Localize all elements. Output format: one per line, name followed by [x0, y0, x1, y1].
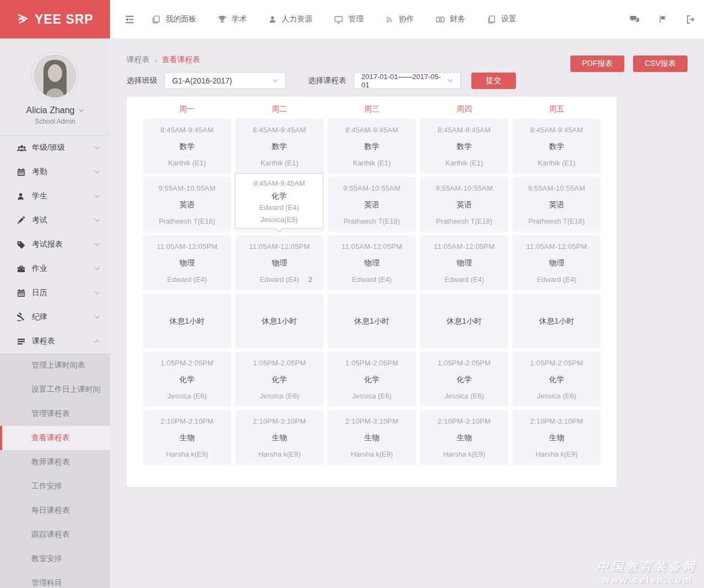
app-logo[interactable]: YEE SRP [0, 0, 110, 38]
user-menu[interactable]: Alicia Zhang [0, 106, 110, 115]
class-subject: 数学 [364, 142, 380, 152]
sidebar-toggle-icon[interactable] [124, 14, 135, 25]
break-cell[interactable]: 休息1小时 [235, 293, 323, 348]
submenu-item-3[interactable]: 管理课程表 [0, 402, 110, 426]
sidebar-item-2[interactable]: 考勤 [0, 160, 110, 184]
submenu-item-6[interactable]: 工作安排 [0, 474, 110, 498]
class-teacher: Harsha k(E9) [443, 450, 486, 458]
class-subject: 物理 [272, 258, 287, 268]
class-cell[interactable]: 8:45AM-9:45AM数学Karthik (E1) [420, 119, 508, 174]
class-cell[interactable]: 2:10PM-3:10PM生物Harsha k(E9) [235, 410, 323, 465]
rss-icon [385, 15, 394, 24]
nav-item-label: 我的面板 [166, 14, 196, 24]
submenu-item-2[interactable]: 设置工作日上课时间 [0, 378, 110, 402]
nav-item-6[interactable]: 财务 [436, 14, 465, 24]
gavel-icon [16, 313, 27, 321]
class-cell[interactable]: 11:05AM-12:05PM物理Edward (E4) [513, 235, 601, 290]
submenu-item-4[interactable]: 查看课程表 [0, 426, 110, 450]
sidebar-item-4[interactable]: 考试 [0, 208, 110, 232]
breadcrumb-parent[interactable]: 课程表 [127, 55, 150, 65]
nav-item-7[interactable]: 设置 [487, 14, 516, 24]
class-cell[interactable]: 8:45AM-9:45AM数学Karthik (E1) [328, 119, 416, 174]
class-cell[interactable]: 1:05PM-2:05PM化学Jessica (E6) [420, 352, 508, 407]
nav-item-1[interactable]: 我的面板 [151, 14, 196, 24]
breadcrumb-separator-icon: › [155, 56, 157, 64]
class-time: 11:05AM-12:05PM [342, 242, 402, 251]
extra-class-count-badge[interactable]: 2 [309, 275, 312, 284]
timetable-select[interactable]: 2017-01-01——2017-05-01 [354, 72, 461, 89]
submenu-item-8[interactable]: 跟踪课程表 [0, 523, 110, 547]
nav-item-2[interactable]: 学术 [218, 14, 247, 24]
sidebar-item-7[interactable]: 日历 [0, 281, 110, 305]
submenu-item-5[interactable]: 教师课程表 [0, 450, 110, 474]
class-cell[interactable]: 8:45AM-9:45AM数学Karthik (E1) [513, 119, 601, 174]
submenu-item-9[interactable]: 教室安排 [0, 547, 110, 571]
class-cell[interactable]: 11:05AM-12:05PM物理Edward (E4)2 [235, 235, 323, 290]
report-buttons: PDF报表 CSV报表 [570, 56, 688, 72]
chat-icon[interactable] [630, 14, 640, 24]
chevron-down-icon [272, 79, 278, 82]
class-teacher: Karthik (E1) [261, 159, 299, 167]
class-subject: 物理 [364, 258, 380, 268]
day-header: 周五 [513, 103, 601, 115]
chevron-down-icon [95, 315, 100, 319]
pdf-report-button[interactable]: PDF报表 [570, 56, 624, 72]
class-cell[interactable]: 9:55AM-10:55AM英语Pratheesh T(E18) [513, 177, 601, 232]
class-teacher: Karthik (E1) [538, 159, 576, 167]
sidebar-item-9[interactable]: 课程表 [0, 329, 110, 353]
class-time: 9:55AM-10:55AM [343, 184, 400, 192]
class-cell[interactable]: 9:55AM-10:55AM英语Pratheesh T(E18) [143, 177, 231, 232]
nav-item-label: 学术 [232, 14, 247, 24]
flag-icon[interactable] [658, 15, 667, 24]
sidebar-item-1[interactable]: 年级/班级 [0, 136, 110, 160]
sidebar-item-6[interactable]: 作业 [0, 257, 110, 281]
class-cell[interactable]: 11:05AM-12:05PM物理Edward (E4) [143, 235, 231, 290]
class-cell[interactable]: 11:05AM-12:05PM物理Edward (E4) [328, 235, 416, 290]
submenu-item-10[interactable]: 管理科目 [0, 571, 110, 588]
nav-item-4[interactable]: 管理 [334, 14, 364, 24]
class-teacher: Edward (E4) [260, 275, 299, 284]
class-cell[interactable]: 1:05PM-2:05PM化学Jessica (E6) [513, 352, 601, 407]
nav-item-label: 设置 [501, 14, 516, 24]
logout-icon[interactable] [686, 15, 695, 24]
break-cell[interactable]: 休息1小时 [513, 293, 601, 348]
csv-report-button[interactable]: CSV报表 [633, 56, 688, 72]
break-cell[interactable]: 休息1小时 [143, 293, 231, 348]
class-cell[interactable]: 8:45AM-9:45AM数学Karthik (E1) [235, 119, 323, 174]
submit-button[interactable]: 提交 [471, 73, 516, 89]
chevron-down-icon [79, 109, 84, 112]
class-select-label: 选择班级 [127, 76, 157, 86]
break-cell[interactable]: 休息1小时 [420, 293, 508, 348]
class-cell[interactable]: 9:55AM-10:55AM英语Pratheesh T(E18) [328, 177, 416, 232]
chevron-down-icon [95, 195, 100, 198]
chevron-down-icon [95, 243, 100, 246]
sidebar-item-3[interactable]: 学生 [0, 184, 110, 208]
topbar-right-icons [630, 0, 704, 38]
class-time: 2:10PM-3:10PM [438, 417, 491, 425]
class-cell[interactable]: 1:05PM-2:05PM化学Jessica (E6) [235, 352, 323, 407]
submenu-item-1[interactable]: 管理上课时间表 [0, 353, 110, 378]
class-cell[interactable]: 1:05PM-2:05PM化学Jessica (E6) [143, 352, 231, 407]
class-subject: 化学 [179, 375, 195, 385]
nav-item-5[interactable]: 协作 [385, 14, 414, 24]
class-cell[interactable]: 11:05AM-12:05PM物理Edward (E4) [420, 235, 508, 290]
class-subject: 生物 [179, 433, 195, 443]
class-select[interactable]: G1-A(2016-2017) [164, 72, 286, 89]
class-cell[interactable]: 2:10PM-3:10PM生物Harsha k(E9) [513, 410, 601, 465]
class-cell[interactable]: 2:10PM-3:10PM生物Harsha k(E9) [420, 410, 508, 465]
sidebar-item-5[interactable]: 考试报表 [0, 232, 110, 257]
sidebar-item-8[interactable]: 纪律 [0, 305, 110, 329]
chevron-down-icon [95, 291, 100, 295]
submenu-item-7[interactable]: 每日课程表 [0, 498, 110, 523]
class-cell[interactable]: 9:55AM-10:55AM英语Pratheesh T(E18) [420, 177, 508, 232]
class-cell[interactable]: 1:05PM-2:05PM化学Jessica (E6) [328, 352, 416, 407]
class-cell[interactable]: 2:10PM-3:10PM生物Harsha k(E9) [143, 410, 231, 465]
class-subject: 物理 [549, 258, 564, 268]
class-subject: 数学 [549, 142, 564, 152]
class-subject: 物理 [179, 258, 195, 268]
nav-item-3[interactable]: 人力资源 [268, 14, 312, 24]
class-cell[interactable]: 8:45AM-9:45AM数学Karthik (E1) [143, 119, 231, 174]
watermark-url: www.celea.com [597, 575, 697, 586]
class-cell[interactable]: 2:10PM-3:10PM生物Harsha k(E9) [328, 410, 416, 465]
break-cell[interactable]: 休息1小时 [328, 293, 416, 348]
